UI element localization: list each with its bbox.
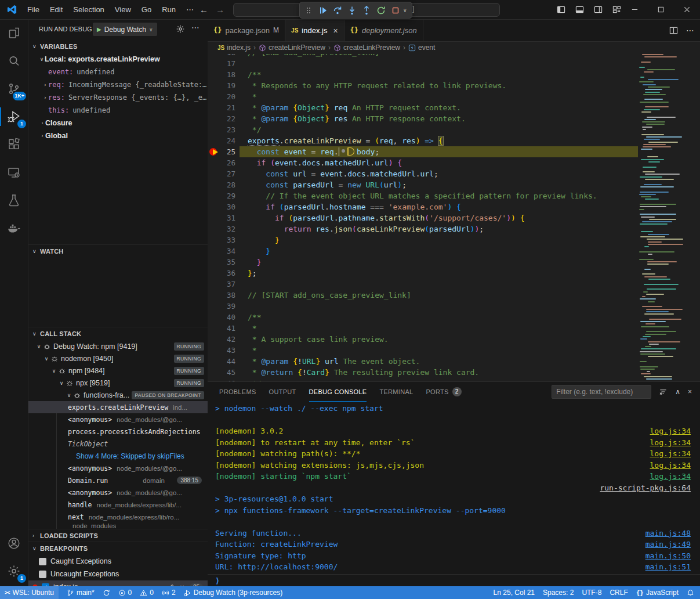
line-number[interactable]: 33: [208, 234, 235, 246]
panel-tab-problems[interactable]: PROBLEMS: [219, 382, 256, 402]
console-source-link[interactable]: log.js:34: [650, 437, 691, 449]
stack-frame-row[interactable]: process.processTicksAndRejections: [28, 425, 208, 438]
code-line-38[interactable]: 38// [START add_ons_case_preview_link]: [208, 290, 700, 301]
menu-item-0[interactable]: File: [22, 0, 45, 19]
variables-header[interactable]: ∨ VARIABLES: [28, 40, 208, 53]
status-ln-25-col-21[interactable]: Ln 25, Col 21: [494, 589, 535, 597]
activity-testing[interactable]: [0, 186, 28, 214]
code-line-17[interactable]: 17: [208, 58, 700, 69]
breadcrumb-item[interactable]: JSindex.js: [217, 44, 251, 52]
code-line-16[interactable]: 16// [END add_ons_preview_link]: [208, 54, 700, 58]
line-number[interactable]: 16: [208, 54, 235, 58]
debug-toolbar-chevron-icon[interactable]: ∨: [403, 8, 410, 13]
tab-package.json[interactable]: {}package.jsonM: [208, 19, 285, 41]
console-source-link[interactable]: main.js:49: [645, 539, 691, 550]
line-number[interactable]: 31: [208, 212, 235, 223]
code-line-29[interactable]: 29 // If the event object URL matches a …: [208, 190, 700, 201]
call-stack-session[interactable]: ∨npx [9519]RUNNING: [28, 377, 208, 389]
continue-button[interactable]: [316, 3, 330, 17]
line-number[interactable]: 26: [208, 157, 235, 168]
code-line-43[interactable]: 43 *: [208, 345, 700, 356]
status-bell[interactable]: [687, 589, 694, 597]
launch-config-dropdown[interactable]: ▶ Debug Watch ∨: [93, 23, 157, 36]
line-number[interactable]: 27: [208, 168, 235, 179]
stack-frame-row[interactable]: <anonymous>node_modules/@go...: [28, 462, 208, 474]
console-source-link[interactable]: run-script-pkg.js:64: [600, 482, 691, 494]
status-debug-watch-3p-resources-[interactable]: Debug Watch (3p-resources): [184, 589, 283, 597]
line-number[interactable]: 45: [208, 367, 235, 378]
code-line-40[interactable]: 40/**: [208, 312, 700, 323]
code-line-33[interactable]: 33 }: [208, 234, 700, 246]
line-number[interactable]: 22: [208, 113, 235, 124]
breakpoint-option-row[interactable]: Uncaught Exceptions: [28, 568, 208, 580]
activity-docker[interactable]: [0, 214, 28, 242]
status-spaces-2[interactable]: Spaces: 2: [543, 589, 574, 597]
panel-tab-terminal[interactable]: TERMINAL: [379, 382, 413, 402]
breakpoints-header[interactable]: ∨ BREAKPOINTS: [28, 542, 208, 555]
line-number[interactable]: 39: [208, 301, 235, 312]
activity-accounts[interactable]: [0, 529, 28, 557]
activity-settings[interactable]: 1: [0, 557, 28, 585]
code-line-25[interactable]: 25 const event = req.body;: [208, 146, 700, 157]
line-number[interactable]: 17: [208, 58, 235, 69]
line-number[interactable]: 34: [208, 246, 235, 257]
line-number[interactable]: 43: [208, 345, 235, 356]
console-source-link[interactable]: log.js:34: [650, 460, 691, 471]
step-out-button[interactable]: [360, 3, 373, 17]
toggle-sidebar-icon[interactable]: [557, 5, 565, 14]
status-wsl-ubuntu[interactable]: ><WSL: Ubuntu: [0, 586, 59, 599]
status-2[interactable]: 2: [162, 589, 176, 597]
call-stack-header[interactable]: ∨ CALL STACK: [28, 327, 208, 340]
menu-item-6[interactable]: ⋯: [181, 0, 199, 19]
code-line-22[interactable]: 22 * @param {Object} res An HTTP respons…: [208, 113, 700, 124]
line-number[interactable]: 23: [208, 124, 235, 135]
breadcrumb-item[interactable]: createLinkPreview: [259, 44, 325, 52]
variable-row[interactable]: ›req:IncomingMessage {_readableState:…: [28, 78, 208, 91]
breadcrumb-item[interactable]: createLinkPreview: [333, 44, 400, 52]
line-number[interactable]: 38: [208, 290, 235, 301]
code-line-19[interactable]: 19 * Responds to any HTTP request relate…: [208, 80, 700, 91]
maximize-panel-icon[interactable]: ∧: [675, 388, 680, 396]
checkbox-unchecked[interactable]: [39, 571, 46, 578]
tab-index.js[interactable]: JSindex.js×: [285, 19, 344, 41]
stack-frame-row[interactable]: <anonymous>node_modules/@go...: [28, 486, 208, 499]
scope-row[interactable]: ›Global: [28, 129, 208, 142]
code-line-18[interactable]: 18/**: [208, 69, 700, 80]
code-line-27[interactable]: 27 const url = event.docs.matchedUrl.url…: [208, 168, 700, 179]
status-0[interactable]: 0: [118, 589, 132, 597]
line-number[interactable]: 44: [208, 356, 235, 367]
code-line-39[interactable]: 39: [208, 301, 700, 312]
code-line-37[interactable]: 37: [208, 279, 700, 290]
stack-frame-row[interactable]: node_modules: [28, 523, 208, 528]
call-stack-session[interactable]: ∨functions-fra...PAUSED ON BREAKPOINT: [28, 389, 208, 401]
close-panel-icon[interactable]: ×: [688, 388, 692, 396]
close-button[interactable]: [674, 0, 700, 19]
breadcrumb-item[interactable]: event: [408, 44, 435, 52]
line-number[interactable]: 18: [208, 69, 235, 80]
restart-button[interactable]: [374, 3, 388, 17]
forward-arrow-icon[interactable]: →: [216, 0, 224, 19]
stop-button[interactable]: [389, 3, 402, 17]
activity-explorer[interactable]: [0, 19, 28, 47]
code-line-28[interactable]: 28 const parsedUrl = new URL(url);: [208, 179, 700, 190]
code-line-32[interactable]: 32 return res.json(caseLinkPreview(parse…: [208, 223, 700, 234]
breakpoint-file-row[interactable]: ✓index.js×25: [28, 580, 208, 586]
line-number[interactable]: 29: [208, 190, 235, 201]
debug-console-input[interactable]: ⟩: [208, 574, 700, 586]
maximize-button[interactable]: [648, 0, 674, 19]
customize-layout-icon[interactable]: [612, 5, 621, 14]
panel-tab-ports[interactable]: PORTS2: [426, 382, 461, 402]
menu-item-2[interactable]: Selection: [68, 0, 109, 19]
variable-row[interactable]: this:undefined: [28, 104, 208, 117]
start-debug-icon[interactable]: ▶: [97, 26, 101, 33]
minimize-button[interactable]: [622, 0, 648, 19]
step-over-button[interactable]: [331, 3, 344, 17]
step-into-button[interactable]: [345, 3, 359, 17]
sidebar-more-actions-icon[interactable]: ⋯: [191, 23, 200, 32]
code-line-23[interactable]: 23 */: [208, 124, 700, 135]
code-line-30[interactable]: 30 if (parsedUrl.hostname === 'example.c…: [208, 201, 700, 212]
line-number[interactable]: 28: [208, 179, 235, 190]
status-main-[interactable]: main*: [67, 589, 95, 597]
status-0[interactable]: 0: [140, 589, 154, 597]
panel-tab-output[interactable]: OUTPUT: [269, 382, 296, 402]
